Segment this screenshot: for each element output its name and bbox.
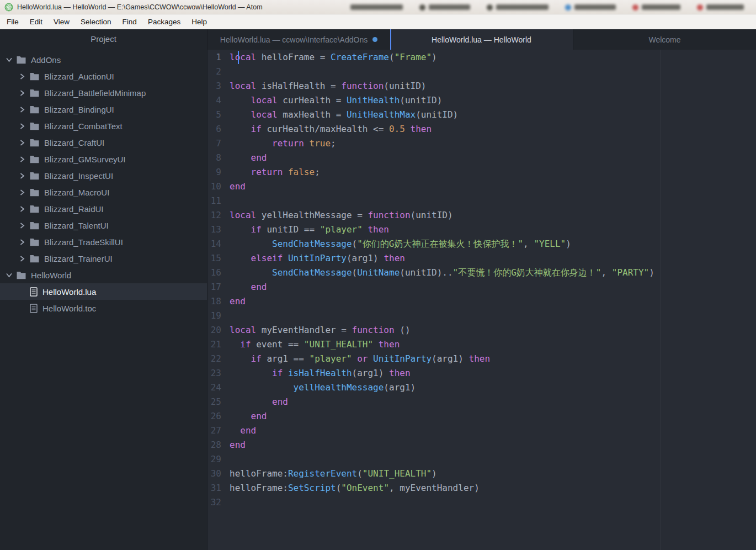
- code-line-19[interactable]: 19: [207, 309, 756, 323]
- chevron-right-icon[interactable]: [19, 189, 26, 195]
- code-line-15[interactable]: 15 elseif UnitInParty(arg1) then: [207, 251, 756, 266]
- code-line-10[interactable]: 10end: [207, 179, 756, 194]
- chevron-right-icon[interactable]: [19, 256, 26, 262]
- tree-item-blizzard-macroui[interactable]: Blizzard_MacroUI: [0, 184, 207, 200]
- chevron-down-icon[interactable]: [6, 272, 13, 278]
- chevron-right-icon[interactable]: [19, 239, 26, 245]
- code-line-9[interactable]: 9 return false;: [207, 165, 756, 179]
- line-number-17[interactable]: 17: [207, 280, 230, 294]
- tree-item-helloworld[interactable]: HelloWorld: [0, 267, 207, 283]
- line-number-5[interactable]: 5: [207, 108, 230, 122]
- chevron-right-icon[interactable]: [19, 107, 26, 113]
- line-number-32[interactable]: 32: [207, 495, 230, 510]
- chevron-right-icon[interactable]: [19, 140, 26, 146]
- menu-item-view[interactable]: View: [48, 14, 75, 29]
- code-line-7[interactable]: 7 return true;: [207, 136, 756, 151]
- chevron-right-icon[interactable]: [19, 123, 26, 129]
- code-line-11[interactable]: 11: [207, 194, 756, 208]
- tree-item-blizzard-bindingui[interactable]: Blizzard_BindingUI: [0, 101, 207, 118]
- chevron-right-icon[interactable]: [19, 90, 26, 96]
- tree-item-blizzard-tradeskillui[interactable]: Blizzard_TradeSkillUI: [0, 234, 207, 250]
- code-line-5[interactable]: 5 local maxHealth = UnitHealthMax(unitID…: [207, 108, 756, 122]
- code-line-6[interactable]: 6 if curHealth/maxHealth <= 0.5 then: [207, 122, 756, 136]
- tree-item-helloworld-toc[interactable]: HelloWorld.toc: [0, 300, 207, 316]
- code-line-32[interactable]: 32: [207, 495, 756, 510]
- code-line-2[interactable]: 2: [207, 65, 756, 79]
- line-number-4[interactable]: 4: [207, 93, 230, 108]
- code-line-16[interactable]: 16 SendChatMessage(UnitName(unitID).."不要…: [207, 266, 756, 280]
- line-number-27[interactable]: 27: [207, 424, 230, 438]
- line-number-3[interactable]: 3: [207, 79, 230, 93]
- code-line-30[interactable]: 30helloFrame:RegisterEvent("UNIT_HEALTH"…: [207, 467, 756, 481]
- line-number-25[interactable]: 25: [207, 395, 230, 409]
- tab-3[interactable]: Welcome: [573, 29, 756, 50]
- code-editor[interactable]: 1local helloFrame = CreateFrame("Frame")…: [207, 50, 756, 550]
- line-number-6[interactable]: 6: [207, 122, 230, 136]
- tree-item-blizzard-talentui[interactable]: Blizzard_TalentUI: [0, 217, 207, 234]
- line-number-28[interactable]: 28: [207, 438, 230, 452]
- tree-item-blizzard-craftui[interactable]: Blizzard_CraftUI: [0, 134, 207, 151]
- line-number-18[interactable]: 18: [207, 294, 230, 309]
- menu-item-find[interactable]: Find: [117, 14, 142, 29]
- tree-item-blizzard-raidui[interactable]: Blizzard_RaidUI: [0, 200, 207, 217]
- line-number-2[interactable]: 2: [207, 65, 230, 79]
- line-number-21[interactable]: 21: [207, 337, 230, 352]
- line-number-19[interactable]: 19: [207, 309, 230, 323]
- line-number-10[interactable]: 10: [207, 179, 230, 194]
- menu-item-packages[interactable]: Packages: [142, 14, 186, 29]
- line-number-11[interactable]: 11: [207, 194, 230, 208]
- code-line-8[interactable]: 8 end: [207, 151, 756, 165]
- blurred-titlebar-item[interactable]: [565, 4, 616, 10]
- code-line-22[interactable]: 22 if arg1 == "player" or UnitInParty(ar…: [207, 352, 756, 366]
- menu-item-selection[interactable]: Selection: [75, 14, 117, 29]
- line-number-12[interactable]: 12: [207, 208, 230, 223]
- code-line-29[interactable]: 29: [207, 452, 756, 467]
- chevron-right-icon[interactable]: [19, 73, 26, 80]
- line-number-14[interactable]: 14: [207, 237, 230, 251]
- line-number-16[interactable]: 16: [207, 266, 230, 280]
- line-number-22[interactable]: 22: [207, 352, 230, 366]
- blurred-titlebar-item[interactable]: [632, 4, 680, 10]
- line-number-31[interactable]: 31: [207, 481, 230, 495]
- tab-1[interactable]: HelloWorld.lua — ccwow\Interface\AddOns: [207, 29, 390, 50]
- code-line-12[interactable]: 12local yellHealthMessage = function(uni…: [207, 208, 756, 223]
- menu-item-help[interactable]: Help: [186, 14, 212, 29]
- code-line-14[interactable]: 14 SendChatMessage("你们的G奶大神正在被集火！快保护我！",…: [207, 237, 756, 251]
- code-line-27[interactable]: 27 end: [207, 424, 756, 438]
- code-line-4[interactable]: 4 local curHealth = UnitHealth(unitID): [207, 93, 756, 108]
- chevron-right-icon[interactable]: [19, 156, 26, 162]
- line-number-7[interactable]: 7: [207, 136, 230, 151]
- line-number-23[interactable]: 23: [207, 366, 230, 380]
- code-line-3[interactable]: 3local isHalfHealth = function(unitID): [207, 79, 756, 93]
- line-number-26[interactable]: 26: [207, 409, 230, 424]
- line-number-8[interactable]: 8: [207, 151, 230, 165]
- line-number-9[interactable]: 9: [207, 165, 230, 179]
- code-line-13[interactable]: 13 if unitID == "player" then: [207, 223, 756, 237]
- code-line-31[interactable]: 31helloFrame:SetScript("OnEvent", myEven…: [207, 481, 756, 495]
- menu-item-edit[interactable]: Edit: [24, 14, 48, 29]
- line-number-24[interactable]: 24: [207, 380, 230, 395]
- code-line-24[interactable]: 24 yellHealthMessage(arg1): [207, 380, 756, 395]
- blurred-titlebar-item[interactable]: [487, 4, 549, 10]
- line-number-13[interactable]: 13: [207, 223, 230, 237]
- code-line-26[interactable]: 26 end: [207, 409, 756, 424]
- tree-item-blizzard-inspectui[interactable]: Blizzard_InspectUI: [0, 167, 207, 184]
- tab-2[interactable]: HelloWorld.lua — HelloWorld: [390, 29, 573, 50]
- chevron-right-icon[interactable]: [19, 206, 26, 212]
- line-number-15[interactable]: 15: [207, 251, 230, 266]
- code-line-21[interactable]: 21 if event == "UNIT_HEALTH" then: [207, 337, 756, 352]
- blurred-titlebar-item[interactable]: [697, 4, 744, 10]
- code-line-18[interactable]: 18end: [207, 294, 756, 309]
- code-line-28[interactable]: 28end: [207, 438, 756, 452]
- code-line-17[interactable]: 17 end: [207, 280, 756, 294]
- chevron-down-icon[interactable]: [6, 57, 13, 63]
- tree-item-addons[interactable]: AddOns: [0, 51, 207, 68]
- code-line-1[interactable]: 1local helloFrame = CreateFrame("Frame"): [207, 50, 756, 65]
- chevron-right-icon[interactable]: [19, 173, 26, 179]
- chevron-right-icon[interactable]: [19, 223, 26, 229]
- line-number-29[interactable]: 29: [207, 452, 230, 467]
- tree-item-blizzard-combattext[interactable]: Blizzard_CombatText: [0, 118, 207, 134]
- tree-item-blizzard-battlefieldminimap[interactable]: Blizzard_BattlefieldMinimap: [0, 84, 207, 101]
- line-number-1[interactable]: 1: [207, 50, 230, 65]
- menu-item-file[interactable]: File: [1, 14, 24, 29]
